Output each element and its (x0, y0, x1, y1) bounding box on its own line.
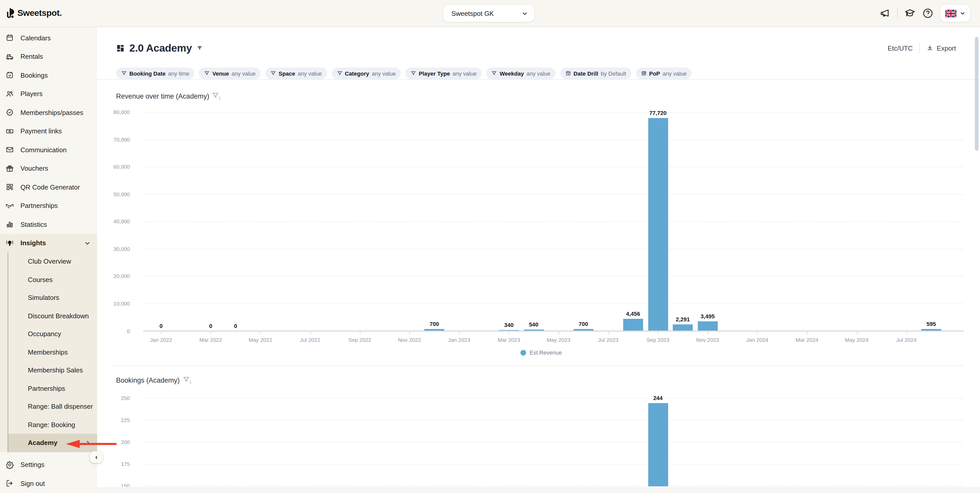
bar-nov-2023[interactable] (698, 321, 718, 331)
calendar-check-icon (6, 71, 14, 79)
sidebar-subitem-academy[interactable]: Academy (8, 434, 97, 452)
y-axis-label: 200 (97, 439, 130, 445)
sidebar-subitem-membership-sales[interactable]: Membership Sales (8, 361, 97, 379)
sidebar-subitem-label: Discount Breakdown (28, 312, 89, 320)
filter-chip-player-type[interactable]: Player Typeany value (406, 67, 482, 79)
sidebar-item-sign-out[interactable]: Sign out (0, 474, 97, 493)
bar-sep-2023[interactable] (648, 403, 668, 487)
filter-chip-label: Weekday (500, 70, 524, 76)
organization-selector[interactable]: Sweetspot GK (443, 5, 534, 22)
bar-oct-2023[interactable] (673, 324, 693, 331)
sidebar-item-calendars[interactable]: Calendars (0, 29, 97, 47)
revenue-chart-legend[interactable]: Est.Revenue (520, 349, 562, 355)
gridline (143, 420, 964, 420)
chart-filter-badge-icon[interactable]: 1 (183, 377, 193, 384)
filter-chip-label: Venue (212, 70, 229, 76)
filter-chip-space[interactable]: Spaceany value (265, 67, 327, 79)
header-divider (920, 43, 920, 54)
help-icon[interactable] (922, 8, 934, 19)
sidebar-subitem-occupancy[interactable]: Occupancy (8, 325, 97, 343)
filter-chip-label: Player Type (419, 70, 450, 76)
sidebar-subitem-memberships[interactable]: Memberships (8, 343, 97, 361)
y-axis-label: 80,000 (97, 109, 130, 115)
sidebar-item-vouchers[interactable]: Vouchers (0, 159, 97, 178)
calendar-trend-icon (641, 70, 647, 76)
y-axis-label: 225 (97, 417, 130, 423)
bar-value-label: 244 (639, 395, 677, 401)
sidebar-item-statistics[interactable]: Statistics (0, 215, 97, 234)
chevron-down-icon (522, 10, 528, 17)
sidebar-collapse-button[interactable]: ‹ (90, 451, 103, 463)
bar-aug-2024[interactable] (921, 329, 941, 331)
bar-aug-2023[interactable] (623, 319, 643, 331)
sidebar-subitem-range-booking[interactable]: Range: Booking (8, 415, 97, 434)
funnel-icon (270, 70, 276, 76)
bar-sep-2023[interactable] (648, 118, 668, 331)
bar-apr-2023[interactable] (524, 329, 544, 331)
filter-chip-pop[interactable]: PoPany value (636, 67, 692, 79)
x-axis-tick (708, 331, 708, 334)
sidebar: CalendarsRentalsBookingsPlayersMembershi… (0, 27, 97, 493)
sidebar-subitem-label: Memberships (28, 349, 68, 356)
sidebar-item-partnerships[interactable]: Partnerships (0, 197, 97, 215)
sidebar-subitem-simulators[interactable]: Simulators (8, 289, 97, 307)
filter-chip-value: any value (663, 70, 687, 76)
megaphone-icon[interactable] (879, 8, 891, 19)
sidebar-item-communication[interactable]: Communication (0, 141, 97, 159)
filter-chip-weekday[interactable]: Weekdayany value (487, 67, 556, 79)
bar-jun-2023[interactable] (573, 329, 593, 331)
filter-chip-value: any value (527, 70, 550, 76)
export-button[interactable]: Export (927, 44, 956, 52)
filter-chip-value: any time (168, 70, 189, 76)
x-axis-label: May 2022 (242, 337, 279, 343)
filter-chip-venue[interactable]: Venueany value (199, 67, 261, 79)
bar-dec-2022[interactable] (424, 329, 444, 331)
filter-chip-label: Category (345, 70, 369, 76)
chart-filter-badge-icon[interactable]: 1 (212, 92, 223, 100)
bar-mar-2023[interactable] (499, 330, 519, 331)
filter-chip-date-drill[interactable]: $Date Drillby Default (560, 67, 632, 79)
sidebar-subitem-courses[interactable]: Courses (8, 271, 97, 289)
bar-value-label: 0 (142, 323, 180, 329)
filter-chip-value: any value (298, 70, 322, 76)
sign-out-icon (6, 479, 14, 488)
y-axis-label: 70,000 (97, 136, 130, 142)
x-axis-tick (757, 331, 758, 334)
sidebar-item-label: Calendars (21, 34, 51, 42)
sidebar-item-qr-code-generator[interactable]: QR Code Generator (0, 178, 97, 197)
sidebar-subitem-club-overview[interactable]: Club Overview (8, 252, 97, 271)
funnel-icon (492, 70, 497, 76)
sidebar-subitem-range-ball-dispenser[interactable]: Range: Ball dispenser (8, 398, 97, 415)
logo-text: Sweetspot. (18, 8, 62, 18)
bookings-chart-title-text: Bookings (Academy) (116, 377, 180, 384)
users-icon (6, 90, 14, 98)
sidebar-subitem-partnerships[interactable]: Partnerships (8, 379, 97, 398)
sidebar-item-label: Sign out (21, 480, 45, 487)
sidebar-item-rentals[interactable]: Rentals (0, 47, 97, 66)
graduation-cap-icon[interactable] (904, 8, 916, 19)
sidebar-item-insights[interactable]: Insights (0, 234, 97, 252)
vertical-scrollbar[interactable] (975, 37, 978, 151)
sidebar-item-payment-links[interactable]: Payment links (0, 122, 97, 141)
x-axis-label: Jul 2023 (589, 337, 627, 343)
sidebar-item-memberships-passes[interactable]: Memberships/passes (0, 103, 97, 122)
language-selector[interactable] (940, 5, 970, 22)
funnel-icon (204, 70, 210, 76)
filter-chip-category[interactable]: Categoryany value (331, 67, 401, 79)
sidebar-subitem-label: Partnerships (28, 385, 65, 392)
sidebar-item-players[interactable]: Players (0, 84, 97, 103)
x-axis-label: Sep 2023 (639, 337, 677, 343)
y-axis-label: 0 (97, 328, 130, 334)
filter-chip-booking-date[interactable]: Booking Dateany time (116, 67, 194, 79)
y-axis-label: 30,000 (97, 246, 130, 252)
sidebar-subitem-discount-breakdown[interactable]: Discount Breakdown (8, 307, 97, 325)
filter-chip-value: by Default (601, 70, 626, 76)
logo: Sweetspot. (6, 0, 62, 27)
sidebar-item-bookings[interactable]: Bookings (0, 66, 97, 84)
logo-mark-icon (6, 8, 15, 18)
sidebar-footer: SettingsSign out (0, 455, 97, 493)
sidebar-item-settings[interactable]: Settings (0, 455, 97, 474)
x-axis-label: May 2023 (539, 337, 578, 343)
dashboard-filter-icon[interactable] (197, 45, 203, 51)
sidebar-subitem-label: Courses (28, 276, 52, 284)
